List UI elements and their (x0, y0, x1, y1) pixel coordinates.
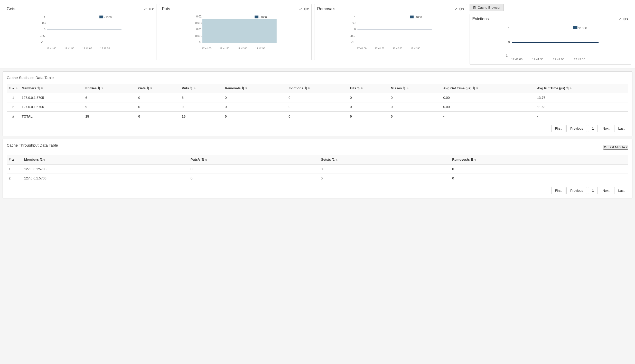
tp-col-num[interactable]: # ▲ (7, 155, 22, 164)
col-num[interactable]: # ▲ (7, 84, 20, 93)
stats-total-row: # TOTAL 15 0 15 0 0 0 0 - - (7, 112, 628, 121)
stats-next-button[interactable]: Next (599, 125, 613, 132)
tp-previous-button[interactable]: Previous (566, 187, 587, 194)
throughput-table: # ▲ Members ⇅ Puts/s ⇅ Gets/s ⇅ Removes/… (7, 155, 628, 183)
stats-row-2-avg-get: 0.00 (441, 102, 535, 112)
stats-first-button[interactable]: First (551, 125, 565, 132)
col-gets[interactable]: Gets ⇅ (136, 84, 180, 93)
col-removals[interactable]: Removals ⇅ (223, 84, 286, 93)
tp-row-2-num: 2 (7, 174, 22, 183)
stats-row-1-avg-put: 13.76 (535, 93, 628, 102)
svg-text:1: 1 (354, 16, 356, 19)
stats-row-2-entries: 9 (83, 102, 136, 112)
avg-get-sort-icon: ⇅ (472, 86, 478, 90)
right-panel: 🗄 Cache Browser Evictions ⤢ ⚙▾ 1 0 -1 x1… (470, 4, 631, 65)
col-avg-get[interactable]: Avg Get Time (µs) ⇅ (441, 84, 535, 93)
throughput-section-header: Cache Throughput Data Table ⚙ Last Minut… (7, 143, 628, 151)
svg-text:0.5: 0.5 (353, 21, 357, 24)
puts-expand-icon[interactable]: ⤢ (299, 7, 302, 11)
svg-text:0.005: 0.005 (195, 34, 202, 37)
puts-chart-icons: ⤢ ⚙▾ (299, 7, 309, 11)
svg-text:17:41:00: 17:41:00 (357, 47, 367, 50)
tp-last-button[interactable]: Last (614, 187, 628, 194)
gets-chart-panel: Gets ⤢ ⚙▾ 1 0.5 0 -0.5 -1 x1000 (4, 4, 156, 60)
removals-sort-icon: ⇅ (241, 86, 247, 90)
puts-s-sort-icon: ⇅ (201, 158, 207, 161)
svg-text:1: 1 (508, 26, 510, 30)
tp-page-button[interactable]: 1 (588, 187, 597, 194)
stats-row-2-member: 127.0.0.1:5706 (20, 102, 83, 112)
svg-text:17:41:30: 17:41:30 (375, 47, 384, 50)
tp-col-members[interactable]: Members ⇅ (22, 155, 189, 164)
tp-col-gets-s[interactable]: Gets/s ⇅ (319, 155, 450, 164)
svg-text:x1000: x1000 (578, 26, 587, 30)
puts-chart-svg: 0.02 0.015 0.01 0.005 0 x1000 17:41:00 1… (162, 13, 309, 52)
evictions-chart-area: 1 0 -1 x1000 17:41:00 17:41:30 17:42:00 … (472, 23, 628, 62)
cache-browser-button[interactable]: 🗄 Cache Browser (470, 4, 504, 11)
svg-text:0.01: 0.01 (196, 28, 202, 31)
stats-row-1-gets: 0 (136, 93, 180, 102)
removals-chart-title: Removals (317, 7, 335, 11)
last-minute-filter-button[interactable]: ⚙ Last Minute ▾ (603, 145, 628, 150)
tp-next-button[interactable]: Next (599, 187, 613, 194)
tp-col-removes-s[interactable]: Removes/s ⇅ (450, 155, 628, 164)
svg-text:17:41:00: 17:41:00 (202, 47, 211, 50)
col-puts[interactable]: Puts ⇅ (180, 84, 223, 93)
gets-chart-header: Gets ⤢ ⚙▾ (7, 7, 154, 11)
avg-put-sort-icon: ⇅ (566, 86, 572, 90)
gets-sort-icon: ⇅ (147, 86, 152, 90)
svg-text:-0.5: -0.5 (40, 34, 45, 37)
tp-row-2-member: 127.0.0.1:5706 (22, 174, 189, 183)
throughput-table-section: Cache Throughput Data Table ⚙ Last Minut… (3, 139, 632, 198)
svg-text:x1000: x1000 (415, 16, 422, 19)
col-entries[interactable]: Entries ⇅ (83, 84, 136, 93)
tp-row-1-puts-s: 0 (189, 164, 319, 174)
stats-row-1-num: 1 (7, 93, 20, 102)
removals-settings-icon[interactable]: ⚙▾ (459, 7, 464, 11)
tp-row-2-puts-s: 0 (189, 174, 319, 183)
col-misses[interactable]: Misses ⇅ (389, 84, 441, 93)
stats-row-2-avg-put: 11.63 (535, 102, 628, 112)
removals-chart-header: Removals ⤢ ⚙▾ (317, 7, 464, 11)
stats-page-button[interactable]: 1 (588, 125, 597, 132)
svg-text:17:42:00: 17:42:00 (393, 47, 402, 50)
tp-first-button[interactable]: First (551, 187, 565, 194)
stats-row-2-gets: 0 (136, 102, 180, 112)
stats-last-button[interactable]: Last (614, 125, 628, 132)
tp-row-1-gets-s: 0 (319, 164, 450, 174)
col-hits[interactable]: Hits ⇅ (348, 84, 389, 93)
svg-text:17:41:30: 17:41:30 (220, 47, 229, 50)
evictions-expand-icon[interactable]: ⤢ (619, 17, 622, 21)
gets-expand-icon[interactable]: ⤢ (144, 7, 147, 11)
gets-chart-svg: 1 0.5 0 -0.5 -1 x1000 17:41:00 17:41:30 … (7, 13, 154, 52)
puts-settings-icon[interactable]: ⚙▾ (304, 7, 309, 11)
members-sort-icon: ⇅ (40, 158, 45, 161)
stats-previous-button[interactable]: Previous (566, 125, 587, 132)
stats-row-1-evictions: 0 (286, 93, 348, 102)
entries-sort-icon: ⇅ (98, 86, 103, 90)
col-avg-put[interactable]: Avg Put Time (µs) ⇅ (535, 84, 628, 93)
stats-row-2-evictions: 0 (286, 102, 348, 112)
svg-text:x1000: x1000 (104, 16, 111, 19)
evictions-chart-title: Evictions (472, 17, 489, 21)
num-sort-icon: ▲ (12, 86, 18, 90)
gets-settings-icon[interactable]: ⚙▾ (148, 7, 154, 11)
stats-row-2-num: 2 (7, 102, 20, 112)
stats-table-title: Cache Statistics Data Table (7, 75, 628, 80)
removals-expand-icon[interactable]: ⤢ (454, 7, 457, 11)
tp-row-2-gets-s: 0 (319, 174, 450, 183)
stats-total-removals: 0 (223, 112, 286, 121)
tp-col-puts-s[interactable]: Puts/s ⇅ (189, 155, 319, 164)
top-charts-container: Gets ⤢ ⚙▾ 1 0.5 0 -0.5 -1 x1000 (0, 0, 635, 69)
svg-text:17:41:00: 17:41:00 (511, 58, 522, 61)
puts-chart-panel: Puts ⤢ ⚙▾ 0.02 0.015 0.01 0.005 0 x1000 (159, 4, 312, 60)
svg-text:17:42:30: 17:42:30 (411, 47, 420, 50)
svg-text:17:42:30: 17:42:30 (255, 47, 265, 50)
svg-rect-32 (410, 16, 414, 18)
removals-chart-panel: Removals ⤢ ⚙▾ 1 0.5 0 -0.5 -1 x1000 17:4… (314, 4, 467, 60)
col-evictions[interactable]: Evictions ⇅ (286, 84, 348, 93)
svg-text:x1000: x1000 (259, 16, 267, 19)
svg-text:-0.5: -0.5 (350, 34, 355, 37)
col-members[interactable]: Members ⇅ (20, 84, 83, 93)
evictions-settings-icon[interactable]: ⚙▾ (623, 17, 628, 21)
